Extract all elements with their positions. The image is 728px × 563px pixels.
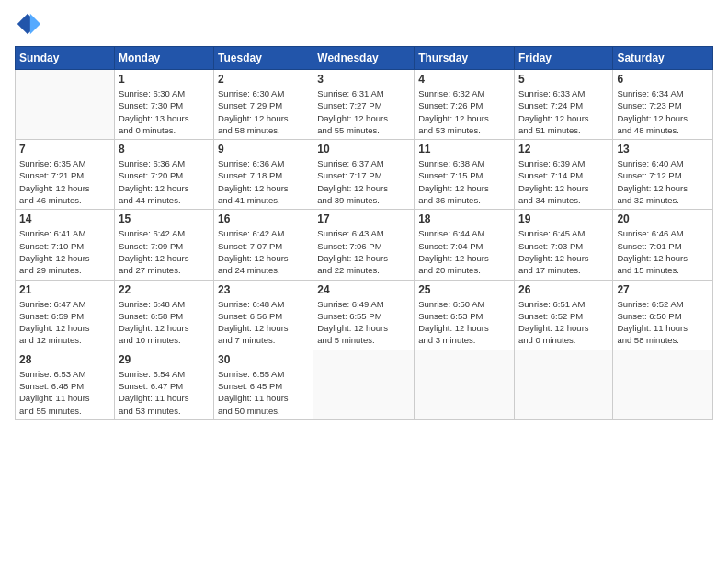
day-number: 10 bbox=[317, 143, 410, 155]
calendar-cell: 2Sunrise: 6:30 AM Sunset: 7:29 PM Daylig… bbox=[214, 70, 313, 140]
day-number: 12 bbox=[518, 143, 609, 155]
day-info: Sunrise: 6:51 AM Sunset: 6:52 PM Dayligh… bbox=[518, 298, 609, 347]
day-number: 23 bbox=[218, 283, 309, 296]
day-info: Sunrise: 6:31 AM Sunset: 7:27 PM Dayligh… bbox=[317, 87, 410, 136]
calendar-cell: 4Sunrise: 6:32 AM Sunset: 7:26 PM Daylig… bbox=[415, 70, 515, 140]
day-header-thursday: Thursday bbox=[415, 47, 515, 70]
week-row-1: 7Sunrise: 6:35 AM Sunset: 7:21 PM Daylig… bbox=[16, 140, 713, 210]
day-number: 24 bbox=[317, 283, 410, 296]
day-header-sunday: Sunday bbox=[16, 47, 115, 70]
svg-marker-1 bbox=[30, 14, 40, 34]
calendar-cell: 22Sunrise: 6:48 AM Sunset: 6:58 PM Dayli… bbox=[114, 280, 213, 350]
header bbox=[15, 11, 713, 37]
day-number: 1 bbox=[119, 73, 210, 86]
day-info: Sunrise: 6:55 AM Sunset: 6:45 PM Dayligh… bbox=[218, 368, 309, 417]
day-number: 19 bbox=[518, 213, 609, 225]
day-info: Sunrise: 6:33 AM Sunset: 7:24 PM Dayligh… bbox=[518, 87, 609, 136]
calendar-cell: 26Sunrise: 6:51 AM Sunset: 6:52 PM Dayli… bbox=[514, 280, 612, 350]
day-number: 15 bbox=[119, 213, 210, 225]
calendar-header: SundayMondayTuesdayWednesdayThursdayFrid… bbox=[16, 47, 713, 70]
calendar-table: SundayMondayTuesdayWednesdayThursdayFrid… bbox=[15, 46, 713, 420]
day-info: Sunrise: 6:49 AM Sunset: 6:55 PM Dayligh… bbox=[317, 298, 410, 347]
day-info: Sunrise: 6:32 AM Sunset: 7:26 PM Dayligh… bbox=[418, 87, 510, 136]
day-number: 9 bbox=[218, 143, 309, 155]
day-number: 25 bbox=[418, 283, 510, 296]
calendar-cell: 19Sunrise: 6:45 AM Sunset: 7:03 PM Dayli… bbox=[514, 210, 612, 280]
week-row-0: 1Sunrise: 6:30 AM Sunset: 7:30 PM Daylig… bbox=[16, 70, 713, 140]
week-row-2: 14Sunrise: 6:41 AM Sunset: 7:10 PM Dayli… bbox=[16, 210, 713, 280]
calendar-cell: 11Sunrise: 6:38 AM Sunset: 7:15 PM Dayli… bbox=[415, 140, 515, 210]
calendar-cell: 1Sunrise: 6:30 AM Sunset: 7:30 PM Daylig… bbox=[114, 70, 213, 140]
day-number: 3 bbox=[317, 73, 410, 86]
day-header-tuesday: Tuesday bbox=[214, 47, 313, 70]
calendar-cell bbox=[16, 70, 115, 140]
day-number: 26 bbox=[518, 283, 609, 296]
calendar-cell: 21Sunrise: 6:47 AM Sunset: 6:59 PM Dayli… bbox=[16, 280, 115, 350]
day-headers-row: SundayMondayTuesdayWednesdayThursdayFrid… bbox=[16, 47, 713, 70]
day-header-saturday: Saturday bbox=[613, 47, 713, 70]
day-number: 13 bbox=[617, 143, 709, 155]
day-info: Sunrise: 6:30 AM Sunset: 7:29 PM Dayligh… bbox=[218, 87, 309, 136]
calendar-cell bbox=[514, 350, 612, 419]
calendar-cell: 18Sunrise: 6:44 AM Sunset: 7:04 PM Dayli… bbox=[415, 210, 515, 280]
day-number: 4 bbox=[418, 73, 510, 86]
calendar-cell: 6Sunrise: 6:34 AM Sunset: 7:23 PM Daylig… bbox=[613, 70, 713, 140]
calendar-cell bbox=[313, 350, 415, 419]
day-number: 11 bbox=[418, 143, 510, 155]
day-info: Sunrise: 6:35 AM Sunset: 7:21 PM Dayligh… bbox=[19, 157, 110, 206]
day-info: Sunrise: 6:43 AM Sunset: 7:06 PM Dayligh… bbox=[317, 227, 410, 276]
calendar-cell: 12Sunrise: 6:39 AM Sunset: 7:14 PM Dayli… bbox=[514, 140, 612, 210]
day-info: Sunrise: 6:45 AM Sunset: 7:03 PM Dayligh… bbox=[518, 227, 609, 276]
calendar-cell: 24Sunrise: 6:49 AM Sunset: 6:55 PM Dayli… bbox=[313, 280, 415, 350]
calendar-cell: 30Sunrise: 6:55 AM Sunset: 6:45 PM Dayli… bbox=[214, 350, 313, 419]
day-info: Sunrise: 6:48 AM Sunset: 6:56 PM Dayligh… bbox=[218, 298, 309, 347]
calendar-cell: 20Sunrise: 6:46 AM Sunset: 7:01 PM Dayli… bbox=[613, 210, 713, 280]
day-info: Sunrise: 6:42 AM Sunset: 7:09 PM Dayligh… bbox=[119, 227, 210, 276]
day-info: Sunrise: 6:54 AM Sunset: 6:47 PM Dayligh… bbox=[119, 368, 210, 417]
day-info: Sunrise: 6:40 AM Sunset: 7:12 PM Dayligh… bbox=[617, 157, 709, 206]
day-info: Sunrise: 6:47 AM Sunset: 6:59 PM Dayligh… bbox=[19, 298, 110, 347]
day-header-wednesday: Wednesday bbox=[313, 47, 415, 70]
calendar-cell bbox=[613, 350, 713, 419]
day-info: Sunrise: 6:42 AM Sunset: 7:07 PM Dayligh… bbox=[218, 227, 309, 276]
day-info: Sunrise: 6:50 AM Sunset: 6:53 PM Dayligh… bbox=[418, 298, 510, 347]
day-info: Sunrise: 6:37 AM Sunset: 7:17 PM Dayligh… bbox=[317, 157, 410, 206]
day-number: 7 bbox=[19, 143, 110, 155]
day-info: Sunrise: 6:46 AM Sunset: 7:01 PM Dayligh… bbox=[617, 227, 709, 276]
calendar-cell: 7Sunrise: 6:35 AM Sunset: 7:21 PM Daylig… bbox=[16, 140, 115, 210]
day-number: 14 bbox=[19, 213, 110, 225]
calendar-cell bbox=[415, 350, 515, 419]
calendar-cell: 28Sunrise: 6:53 AM Sunset: 6:48 PM Dayli… bbox=[16, 350, 115, 419]
day-number: 8 bbox=[119, 143, 210, 155]
day-number: 28 bbox=[19, 353, 110, 366]
calendar-cell: 15Sunrise: 6:42 AM Sunset: 7:09 PM Dayli… bbox=[114, 210, 213, 280]
day-info: Sunrise: 6:39 AM Sunset: 7:14 PM Dayligh… bbox=[518, 157, 609, 206]
calendar-cell: 16Sunrise: 6:42 AM Sunset: 7:07 PM Dayli… bbox=[214, 210, 313, 280]
day-number: 5 bbox=[518, 73, 609, 86]
calendar-cell: 29Sunrise: 6:54 AM Sunset: 6:47 PM Dayli… bbox=[114, 350, 213, 419]
day-info: Sunrise: 6:53 AM Sunset: 6:48 PM Dayligh… bbox=[19, 368, 110, 417]
day-header-monday: Monday bbox=[114, 47, 213, 70]
day-info: Sunrise: 6:34 AM Sunset: 7:23 PM Dayligh… bbox=[617, 87, 709, 136]
day-number: 6 bbox=[617, 73, 709, 86]
day-number: 17 bbox=[317, 213, 410, 225]
day-number: 22 bbox=[119, 283, 210, 296]
day-info: Sunrise: 6:30 AM Sunset: 7:30 PM Dayligh… bbox=[119, 87, 210, 136]
calendar-body: 1Sunrise: 6:30 AM Sunset: 7:30 PM Daylig… bbox=[16, 70, 713, 420]
calendar-cell: 27Sunrise: 6:52 AM Sunset: 6:50 PM Dayli… bbox=[613, 280, 713, 350]
calendar-cell: 25Sunrise: 6:50 AM Sunset: 6:53 PM Dayli… bbox=[415, 280, 515, 350]
calendar-cell: 3Sunrise: 6:31 AM Sunset: 7:27 PM Daylig… bbox=[313, 70, 415, 140]
week-row-3: 21Sunrise: 6:47 AM Sunset: 6:59 PM Dayli… bbox=[16, 280, 713, 350]
calendar-cell: 8Sunrise: 6:36 AM Sunset: 7:20 PM Daylig… bbox=[114, 140, 213, 210]
week-row-4: 28Sunrise: 6:53 AM Sunset: 6:48 PM Dayli… bbox=[16, 350, 713, 419]
day-info: Sunrise: 6:38 AM Sunset: 7:15 PM Dayligh… bbox=[418, 157, 510, 206]
day-info: Sunrise: 6:52 AM Sunset: 6:50 PM Dayligh… bbox=[617, 298, 709, 347]
day-number: 2 bbox=[218, 73, 309, 86]
calendar-cell: 13Sunrise: 6:40 AM Sunset: 7:12 PM Dayli… bbox=[613, 140, 713, 210]
day-number: 29 bbox=[119, 353, 210, 366]
day-number: 21 bbox=[19, 283, 110, 296]
logo-icon bbox=[15, 11, 40, 37]
logo bbox=[15, 11, 46, 37]
day-info: Sunrise: 6:41 AM Sunset: 7:10 PM Dayligh… bbox=[19, 227, 110, 276]
calendar-cell: 23Sunrise: 6:48 AM Sunset: 6:56 PM Dayli… bbox=[214, 280, 313, 350]
